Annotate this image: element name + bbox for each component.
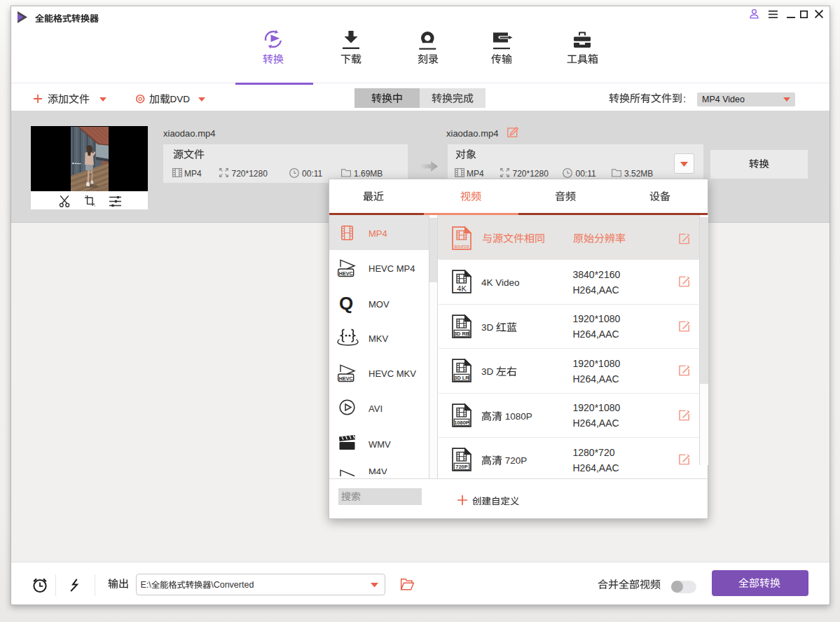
svg-text:3D RB: 3D RB xyxy=(453,330,469,336)
svg-text:Q: Q xyxy=(339,293,353,314)
svg-text:3D LR: 3D LR xyxy=(454,375,469,381)
svg-text:HEVC: HEVC xyxy=(339,375,353,382)
svg-text:1080P: 1080P xyxy=(454,419,469,425)
svg-text:720P: 720P xyxy=(455,464,467,470)
svg-text:HEVC: HEVC xyxy=(339,270,353,277)
svg-text:4K: 4K xyxy=(457,284,467,293)
svg-text:source: source xyxy=(453,242,469,249)
